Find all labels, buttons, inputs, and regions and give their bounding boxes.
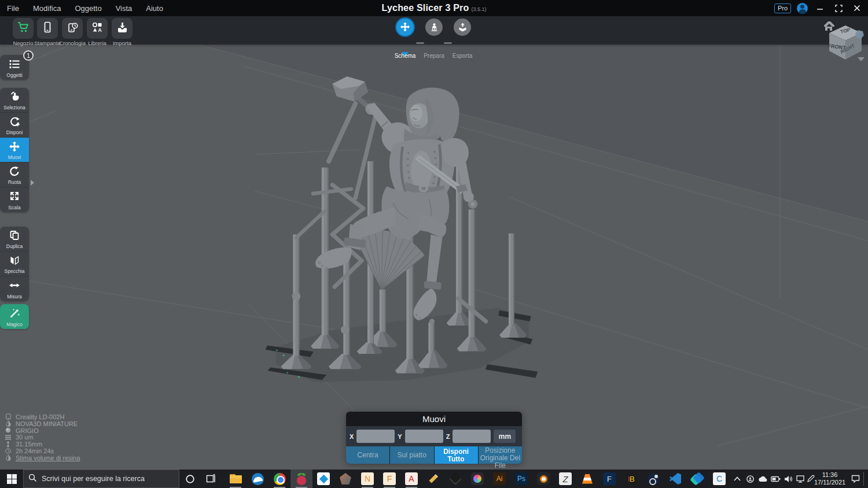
search-input[interactable] (42, 475, 174, 483)
axis-x-label: X (350, 433, 354, 440)
step-esporta[interactable] (454, 19, 471, 36)
taskbar-app-lychee[interactable] (312, 469, 334, 488)
close-button[interactable] (851, 2, 863, 14)
openoffice-icon (252, 473, 264, 485)
taskbar-clock[interactable]: 11:36 17/11/2021 (812, 469, 847, 488)
taskbar-app-raspberry[interactable] (290, 469, 312, 488)
sidebar-label: Misura (0, 294, 29, 300)
taskbar-app-photoshop[interactable]: Ps (510, 469, 532, 488)
steam-icon (648, 473, 660, 485)
file-explorer-icon (230, 474, 242, 483)
axis-z-input[interactable] (453, 430, 491, 443)
taskbar-app-notepad[interactable]: N (356, 469, 378, 488)
search-icon (28, 474, 37, 485)
sidebar-item-duplica[interactable]: Duplica (0, 227, 29, 252)
unit-mm-button[interactable]: mm (494, 430, 516, 443)
sidebar-item-specchia[interactable]: Specchia (0, 252, 29, 276)
step-schema[interactable] (395, 17, 415, 37)
taskbar-app-fusion[interactable]: F (598, 469, 620, 488)
tray-expand-chevron[interactable] (731, 469, 743, 488)
task-view-button[interactable] (200, 469, 221, 488)
move-tool-panel: Muovi X Y Z mm Centra Sul piatto Disponi… (346, 412, 522, 464)
show-desktop-button[interactable] (863, 472, 864, 486)
sidebar-label: Duplica (0, 243, 29, 249)
sidebar-group-tools: Seleziona Disponi Muovi (0, 88, 29, 212)
posizione-originale-button[interactable]: Posizione Originale Del File (479, 446, 522, 464)
importa-button[interactable] (112, 18, 133, 39)
negozio-button[interactable] (13, 18, 34, 39)
sidebar-item-disponi[interactable]: Disponi (0, 113, 29, 138)
maximize-button[interactable] (832, 2, 845, 14)
axis-z-label: Z (446, 433, 450, 440)
taskbar-app-meshmixer[interactable] (334, 469, 356, 488)
taskbar-app-pencil[interactable] (422, 469, 444, 488)
sidebar-label: Ruota (0, 179, 29, 185)
taskbar-app-inkscape[interactable] (444, 469, 466, 488)
sidebar-label: Scala (0, 205, 29, 210)
sidebar-item-magico[interactable]: Magico (0, 304, 29, 329)
rotate-submenu-arrow[interactable] (31, 180, 34, 186)
centra-button[interactable]: Centra (346, 446, 389, 464)
taskbar-app-autocad[interactable]: A (400, 469, 422, 488)
taskbar-app-f[interactable]: F (378, 469, 400, 488)
resin-drop-icon (5, 420, 12, 427)
autocad-icon: A (405, 472, 418, 485)
resin-volume-link[interactable]: Stima volume di resina (16, 454, 80, 461)
taskbar-app-brackets[interactable]: lB (620, 469, 642, 488)
taskbar-app-file-explorer[interactable] (225, 469, 247, 488)
step-prepara[interactable] (425, 19, 443, 36)
tray-battery-icon[interactable] (770, 469, 781, 488)
user-avatar[interactable] (797, 3, 808, 14)
meshmixer-icon (340, 473, 351, 485)
taskbar-app-openoffice[interactable] (247, 469, 269, 488)
sidebar-item-muovi[interactable]: Muovi (0, 138, 29, 162)
cart-icon (17, 21, 30, 36)
taskbar-app-steam[interactable] (642, 469, 664, 488)
taskbar-app-resolve[interactable] (466, 469, 488, 488)
viewport-3d[interactable]: Oggetti 1 Seleziona Disponi (0, 45, 868, 469)
chrome-icon (274, 473, 286, 485)
brackets-icon: lB (625, 472, 638, 485)
tray-network-icon[interactable] (795, 469, 807, 488)
tray-meet-now-icon[interactable] (744, 469, 756, 488)
model-height: 31.15mm (16, 441, 42, 448)
clock-icon (5, 448, 12, 454)
move-icon (8, 141, 21, 156)
duplicate-icon (9, 230, 20, 243)
zbrush-icon: Z (559, 472, 572, 485)
minimize-button[interactable] (814, 2, 826, 14)
taskbar-app-chrome[interactable] (269, 469, 290, 488)
sidebar-item-ruota[interactable]: Ruota (0, 162, 29, 187)
taskbar-app-vscode[interactable] (664, 469, 686, 488)
taskbar-app-vlc[interactable] (576, 469, 598, 488)
history-icon (67, 21, 79, 36)
taskbar-app-cura[interactable]: C (708, 469, 730, 488)
color-sphere-icon (5, 427, 12, 433)
cronologia-button[interactable] (62, 18, 83, 39)
stampante-button[interactable] (37, 18, 58, 39)
taskbar-search[interactable] (23, 469, 179, 488)
tray-onedrive-icon[interactable] (757, 469, 768, 488)
step-connector (416, 42, 424, 44)
taskbar-app-bluestacks[interactable] (686, 469, 708, 488)
taskbar-app-illustrator[interactable]: Ai (488, 469, 510, 488)
model-3d-miniature[interactable] (0, 45, 868, 469)
libreria-button[interactable]: A (87, 18, 108, 39)
sidebar-item-seleziona[interactable]: Seleziona (0, 88, 29, 113)
start-button[interactable] (0, 469, 23, 488)
sul-piatto-button[interactable]: Sul piatto (390, 446, 433, 464)
axis-x-input[interactable] (356, 430, 395, 443)
sidebar-item-scala[interactable]: Scala (0, 187, 29, 212)
taskbar-app-zbrush[interactable]: Z (554, 469, 576, 488)
disponi-tutto-button[interactable]: Disponi Tutto (435, 446, 478, 464)
taskbar-app-blender[interactable] (532, 469, 554, 488)
sidebar-item-misura[interactable]: Misura (0, 276, 29, 301)
action-center-button[interactable] (848, 469, 862, 488)
view-cube-widget[interactable]: TOP FRONT RIGHT (810, 16, 868, 65)
axis-y-input[interactable] (405, 430, 443, 443)
notepad-icon: N (361, 472, 374, 485)
sidebar-group-magic: Magico (0, 304, 29, 329)
cortana-button[interactable] (179, 469, 200, 488)
tray-volume-icon[interactable] (782, 469, 794, 488)
step-esporta-label: Esporta (442, 53, 483, 59)
